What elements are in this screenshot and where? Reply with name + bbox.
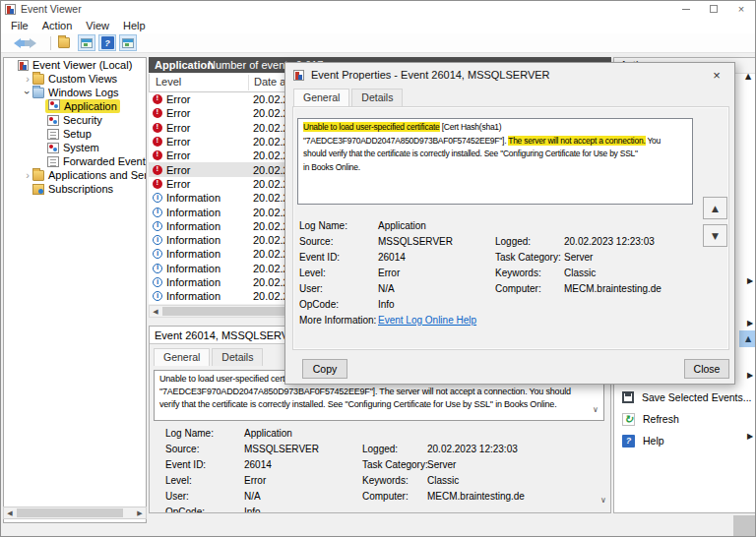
window-title: Event Viewer [21,3,82,15]
field-value: MSSQLSERVER [378,234,453,250]
field-row: Task Category:Server [362,457,525,473]
tree-item-application[interactable]: Application [4,99,146,113]
field-label: OpCode: [165,505,244,513]
field-value: Server [427,457,456,473]
copy-button[interactable]: Copy [302,359,347,379]
tab-details[interactable]: Details [351,89,403,106]
error-icon [153,179,162,189]
menu-file[interactable]: File [4,19,35,32]
subscriptions-icon [32,184,44,195]
menu-action[interactable]: Action [35,19,80,32]
close-button[interactable]: × [727,1,755,17]
error-icon [153,123,162,133]
tree-item-custom-views[interactable]: ›Custom Views [4,72,146,86]
scrollbar-thumb[interactable] [17,508,123,517]
scroll-up-button[interactable]: ▲ [739,330,756,347]
tree-item-windows-logs[interactable]: ›Windows Logs [4,86,146,99]
console-window-button[interactable] [78,34,95,51]
field-value: 26014 [378,250,406,266]
event-message-box[interactable]: Unable to load user-specified certificat… [297,118,693,205]
minimize-button[interactable] [672,1,700,17]
console-tree-pane: Event Viewer (Local)›Custom Views›Window… [3,57,147,523]
chevron-collapsed-icon[interactable]: › [23,72,32,86]
field-row: Logged:20.02.2023 12:23:03 [495,234,662,250]
maximize-button[interactable] [700,1,727,17]
level-label: Information [166,234,220,246]
back-button[interactable] [6,34,24,51]
log-icon [47,143,59,153]
field-row: Source:MSSQLSERVER [299,234,453,250]
field-label: Source: [299,234,378,250]
column-header-level[interactable]: Level [156,76,181,88]
tree-item-label: Application [64,100,117,112]
previous-event-button[interactable]: ▲ [703,197,727,219]
tree-item-security[interactable]: Security [4,113,146,127]
scroll-left-icon[interactable]: ◀ [150,308,161,316]
field-value: Classic [564,266,596,281]
highlighted-label-wrap: Application [45,99,120,113]
scroll-right-icon[interactable]: ▶ [134,509,146,517]
tab-general[interactable]: General [154,348,210,366]
highlighted-text: The server will not accept a connection. [508,136,645,146]
expand-item-icon[interactable]: ▶ [747,319,753,328]
help-button[interactable]: ? [98,34,116,51]
field-row: Keywords:Classic [362,473,525,489]
level-cell: Error [149,93,247,105]
level-label: Error [166,122,190,134]
scroll-left-icon[interactable]: ◀ [4,509,16,517]
level-label: Error [166,93,190,105]
tree-item-label: Custom Views [48,72,117,86]
dialog-close-button[interactable]: Close [684,359,729,379]
next-event-button[interactable]: ▼ [703,224,727,247]
scroll-up-icon[interactable]: ▲ [745,72,751,81]
tree-item-system[interactable]: System [4,141,146,154]
level-label: Information [166,248,220,260]
tab-general[interactable]: General [293,89,349,106]
level-cell: Information [149,192,247,204]
log-icon [47,115,59,126]
forward-button[interactable] [27,34,44,51]
action-refresh[interactable]: ↻Refresh [614,408,755,430]
action-save-selected-events[interactable]: Save Selected Events... [614,387,755,408]
information-icon [153,193,162,203]
tree-item-forwarded-events[interactable]: Forwarded Events [4,154,146,168]
level-cell: Error [149,107,247,119]
tab-details[interactable]: Details [212,348,263,366]
action-pane-button[interactable] [119,34,137,51]
tree-item-subscriptions[interactable]: Subscriptions [4,182,146,196]
field-label: Task Category: [495,250,564,266]
dialog-titlebar[interactable]: Event Properties - Event 26014, MSSQLSER… [285,63,734,87]
folder-button[interactable] [57,34,75,51]
expand-help-icon[interactable]: ▶ [747,432,753,441]
field-label: Logged: [495,234,564,250]
help-icon: ? [101,36,114,49]
back-icon [9,38,21,48]
action-help[interactable]: ?Help [614,430,755,451]
more-information-row: More Information: Event Log Online Help [299,313,476,328]
expand-item-icon[interactable]: ▶ [747,276,753,285]
menu-help[interactable]: Help [116,19,153,32]
dialog-close-icon[interactable]: × [703,66,730,84]
field-row: Log Name:Application [299,218,453,234]
information-icon [153,277,162,287]
scroll-down-icon[interactable]: ∨ [600,496,606,505]
tree-horizontal-scrollbar[interactable]: ◀ ▶ [3,507,147,519]
field-row: Logged:20.02.2023 12:23:03 [362,442,525,457]
tree-item-event-viewer-local[interactable]: Event Viewer (Local) [4,58,146,72]
field-value: Info [244,505,261,513]
menu-view[interactable]: View [79,19,116,32]
expand-item-icon[interactable]: ▶ [747,371,753,380]
scroll-down-icon[interactable]: ∨ [593,405,598,414]
field-row: Keywords:Classic [495,266,662,281]
field-value: MECM.braintesting.de [427,489,525,505]
level-cell: Error [149,136,247,148]
chevron-collapsed-icon[interactable]: › [23,168,32,182]
tree-item-setup[interactable]: Setup [4,127,146,141]
field-value: 26014 [244,457,272,473]
event-log-online-help-link[interactable]: Event Log Online Help [378,313,476,328]
column-separator[interactable] [248,75,249,90]
level-label: Error [166,178,190,190]
field-label: Keywords: [495,266,564,281]
tree-item-applications-and-services-lo[interactable]: ›Applications and Services Lo [4,168,146,182]
information-icon [153,264,162,273]
